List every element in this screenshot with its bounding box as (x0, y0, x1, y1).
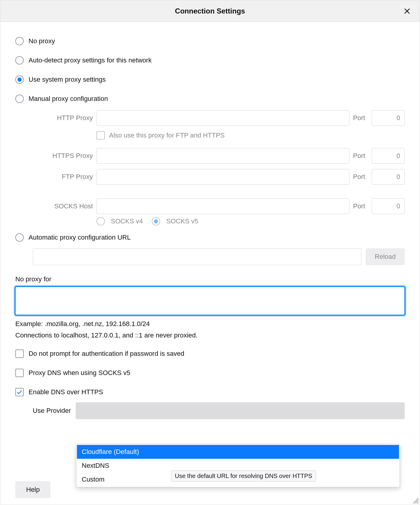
help-button[interactable]: Help (15, 481, 50, 498)
close-button[interactable] (403, 7, 411, 15)
radio-socks-v4-label: SOCKS v4 (111, 217, 143, 225)
radio-system-label: Use system proxy settings (29, 76, 106, 83)
no-prompt-auth-label: Do not prompt for authentication if pass… (29, 350, 184, 358)
radio-no-proxy[interactable] (15, 37, 24, 45)
no-proxy-for-textarea[interactable] (15, 287, 405, 315)
ftp-proxy-label: FTP Proxy (33, 173, 93, 181)
pac-url-input[interactable] (33, 248, 361, 265)
dialog-content: No proxy Auto-detect proxy settings for … (0, 22, 420, 419)
provider-label: Use Provider (33, 407, 71, 415)
ftp-port-input[interactable] (372, 169, 405, 185)
radio-auto-detect[interactable] (15, 56, 24, 65)
also-use-label: Also use this proxy for FTP and HTTPS (109, 132, 225, 139)
also-use-checkbox[interactable] (96, 131, 105, 140)
radio-system-row: Use system proxy settings (15, 75, 405, 84)
radio-manual[interactable] (15, 95, 24, 103)
manual-config-block: HTTP Proxy Port Also use this proxy for … (15, 110, 405, 225)
provider-tooltip: Use the default URL for resolving DNS ov… (171, 470, 316, 482)
radio-socks-v5-label: SOCKS v5 (166, 217, 198, 225)
radio-auto-detect-label: Auto-detect proxy settings for this netw… (29, 56, 152, 64)
radio-manual-row: Manual proxy configuration (15, 95, 405, 103)
ftp-proxy-input[interactable] (96, 169, 349, 185)
radio-system[interactable] (15, 75, 24, 84)
reload-button[interactable]: Reload (366, 248, 405, 265)
enable-doh-label: Enable DNS over HTTPS (29, 388, 103, 396)
http-proxy-input[interactable] (96, 110, 349, 126)
socks-host-label: SOCKS Host (33, 202, 93, 210)
https-port-label: Port (353, 152, 368, 160)
provider-option-cloudflare[interactable]: Cloudflare (Default) (77, 445, 399, 459)
http-port-input[interactable] (372, 110, 405, 126)
proxy-dns-socks5-checkbox[interactable] (15, 369, 24, 377)
no-prompt-auth-checkbox[interactable] (15, 349, 24, 358)
checkmark-icon (17, 389, 23, 395)
pac-url-row: Reload (33, 248, 405, 265)
http-proxy-label: HTTP Proxy (33, 114, 93, 122)
enable-doh-row: Enable DNS over HTTPS (15, 388, 405, 396)
radio-socks-v4[interactable] (96, 217, 105, 225)
socks-host-input[interactable] (96, 198, 349, 214)
radio-manual-label: Manual proxy configuration (29, 95, 108, 103)
close-icon (404, 8, 410, 14)
https-port-input[interactable] (372, 148, 405, 164)
provider-row: Use Provider (33, 402, 405, 419)
https-proxy-row: HTTPS Proxy Port (33, 148, 405, 164)
radio-auto-detect-row: Auto-detect proxy settings for this netw… (15, 56, 405, 65)
no-prompt-auth-row: Do not prompt for authentication if pass… (15, 349, 405, 358)
socks-port-label: Port (353, 202, 368, 210)
svg-line-2 (417, 502, 418, 503)
http-port-label: Port (353, 114, 368, 122)
no-proxy-note: Connections to localhost, 127.0.0.1, and… (15, 331, 405, 339)
radio-socks-v5[interactable] (152, 217, 160, 225)
also-use-row: Also use this proxy for FTP and HTTPS (96, 131, 405, 140)
ftp-port-label: Port (353, 173, 368, 181)
radio-no-proxy-label: No proxy (29, 37, 55, 45)
enable-doh-checkbox[interactable] (15, 388, 24, 396)
proxy-dns-socks5-label: Proxy DNS when using SOCKS v5 (29, 369, 130, 377)
dialog-titlebar: Connection Settings (0, 0, 420, 22)
provider-select[interactable] (76, 402, 405, 419)
socks-host-row: SOCKS Host Port (33, 198, 405, 214)
connection-settings-dialog: Connection Settings No proxy Auto-detect… (0, 0, 420, 505)
radio-pac-row: Automatic proxy configuration URL (15, 233, 405, 242)
no-proxy-example: Example: .mozilla.org, .net.nz, 192.168.… (15, 320, 405, 328)
no-proxy-for-label: No proxy for (15, 275, 405, 283)
radio-no-proxy-row: No proxy (15, 37, 405, 45)
socks-version-row: SOCKS v4 SOCKS v5 (96, 217, 405, 225)
proxy-dns-socks5-row: Proxy DNS when using SOCKS v5 (15, 369, 405, 377)
ftp-proxy-row: FTP Proxy Port (33, 169, 405, 185)
radio-pac[interactable] (15, 233, 24, 242)
dialog-title: Connection Settings (175, 7, 245, 15)
https-proxy-label: HTTPS Proxy (33, 152, 93, 160)
http-proxy-row: HTTP Proxy Port (33, 110, 405, 126)
resize-grip-icon[interactable] (412, 497, 418, 503)
radio-pac-label: Automatic proxy configuration URL (29, 234, 131, 241)
https-proxy-input[interactable] (96, 148, 349, 164)
socks-port-input[interactable] (372, 198, 405, 214)
